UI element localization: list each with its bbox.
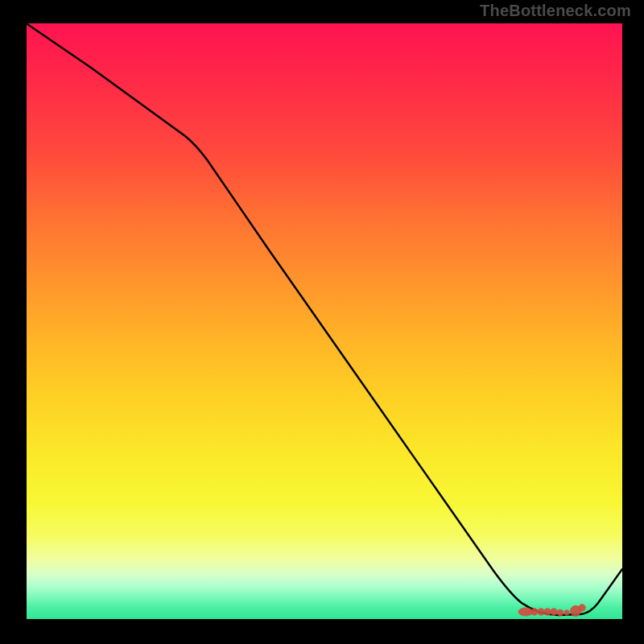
svg-point-5	[557, 609, 564, 616]
svg-point-6	[564, 610, 569, 615]
svg-point-2	[538, 609, 544, 615]
attribution-text: TheBottleneck.com	[480, 2, 631, 20]
chart-frame: TheBottleneck.com	[0, 0, 644, 644]
chart-svg	[27, 23, 622, 619]
svg-point-0	[518, 608, 533, 616]
curve-path	[27, 24, 622, 615]
svg-point-3	[544, 609, 551, 615]
svg-point-8	[579, 605, 585, 611]
svg-point-1	[531, 609, 538, 615]
svg-point-4	[551, 609, 557, 615]
plot-area	[27, 23, 622, 619]
